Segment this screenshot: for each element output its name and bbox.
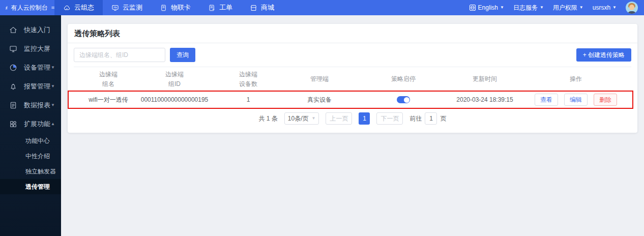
sidebar-item-alarm-management[interactable]: 报警管理 ▼ [0, 77, 61, 96]
avatar[interactable] [626, 2, 638, 14]
passthrough-policy-card: 透传策略列表 查询 + 创建透传策略 边缘端 组名 边缘端 组ID 边缘端 设备… [68, 24, 637, 133]
sidebar-subitem-neutral-intro[interactable]: 中性介绍 [0, 149, 61, 164]
policy-table: 边缘端 组名 边缘端 组ID 边缘端 设备数 管理端 策略启停 更新时间 操作 … [74, 67, 631, 108]
log-service-label: 日志服务 [513, 4, 538, 12]
work-order-icon [208, 4, 216, 12]
bell-icon [9, 82, 17, 91]
edit-button[interactable]: 编辑 [564, 94, 588, 106]
big-screen-icon [9, 45, 17, 53]
table-header-row: 边缘端 组名 边缘端 组ID 边缘端 设备数 管理端 策略启停 更新时间 操作 [74, 67, 631, 91]
pagination: 共 1 条 10条/页 ▼ 上一页 1 下一页 前往 页 [68, 112, 637, 125]
header-device-count: 边缘端 设备数 [215, 70, 281, 88]
table-row: wifi一对一透传 00011000000000000195 1 真实设备 20… [74, 91, 631, 108]
sidebar-item-device-management[interactable]: 设备管理 ▼ [0, 58, 61, 77]
language-dropdown[interactable]: English ▼ [469, 4, 504, 11]
chevron-down-icon: ▼ [51, 103, 55, 107]
sidebar-subitem-independent-trigger[interactable]: 独立触发器 [0, 164, 61, 179]
search-button[interactable]: 查询 [170, 48, 195, 62]
cloud-icon [63, 4, 71, 12]
cell-device-count: 1 [215, 96, 281, 103]
topbar-right: English ▼ 日志服务 ▼ 用户权限 ▼ usrsxh ▼ [469, 2, 644, 14]
user-permission-label: 用户权限 [553, 4, 577, 12]
chevron-down-icon: ▼ [500, 6, 504, 10]
usr-logo-icon [5, 4, 9, 12]
sidebar-item-quick-start[interactable]: 快速入门 [0, 20, 61, 39]
sim-card-icon [160, 4, 167, 12]
next-page-button[interactable]: 下一页 [376, 112, 403, 125]
sidebar-item-data-report[interactable]: 数据报表 ▼ [0, 96, 61, 114]
search-input[interactable] [74, 48, 165, 62]
header-manager: 管理端 [281, 74, 358, 84]
policy-enabled-toggle[interactable] [397, 96, 410, 103]
create-policy-button[interactable]: + 创建透传策略 [576, 48, 631, 62]
nav-label: 云组态 [74, 3, 94, 12]
page-size-value: 10条/页 [288, 114, 309, 123]
header-group-id: 边缘端 组ID [134, 70, 215, 88]
language-icon [469, 4, 476, 11]
nav-label: 云监测 [123, 3, 142, 12]
monitor-icon [111, 4, 119, 12]
sidebar-item-label: 设备管理 [24, 63, 50, 72]
home-icon [9, 26, 17, 34]
nav-label: 商城 [261, 3, 274, 12]
nav-item-mall[interactable]: 商城 [241, 0, 283, 15]
top-nav: 云组态 云监测 物联卡 工单 商城 [54, 0, 283, 15]
cell-group-id: 00011000000000000195 [134, 96, 215, 103]
cell-actions: 查看 编辑 删除 [520, 94, 631, 106]
username-dropdown[interactable]: usrsxh ▼ [593, 4, 617, 11]
user-permission-dropdown[interactable]: 用户权限 ▼ [553, 4, 583, 12]
nav-item-iot-card[interactable]: 物联卡 [151, 0, 199, 15]
header-update-time: 更新时间 [449, 74, 520, 84]
toolbar: 查询 + 创建透传策略 [74, 48, 631, 62]
page-title: 透传策略列表 [68, 24, 637, 43]
chevron-down-icon: ▼ [540, 6, 544, 10]
goto-prefix-label: 前往 [409, 114, 422, 123]
page-size-select[interactable]: 10条/页 ▼ [284, 112, 319, 125]
chevron-up-icon: ▲ [51, 122, 55, 126]
logo-section[interactable]: 有人云控制台 [0, 0, 54, 15]
language-label: English [478, 4, 498, 11]
sidebar-subitem-function-center[interactable]: 功能中心 [0, 133, 61, 149]
goto-suffix-label: 页 [440, 114, 446, 123]
sidebar-item-label: 快速入门 [24, 25, 50, 35]
grid-apps-icon [9, 120, 17, 128]
cell-manager: 真实设备 [281, 96, 358, 104]
pie-device-icon [9, 64, 17, 72]
sidebar-item-monitor-screen[interactable]: 监控大屏 [0, 39, 61, 58]
nav-item-cloud-scada[interactable]: 云组态 [54, 0, 103, 15]
report-icon [9, 101, 17, 109]
main-content: 透传策略列表 查询 + 创建透传策略 边缘端 组名 边缘端 组ID 边缘端 设备… [61, 15, 644, 236]
page-number-button[interactable]: 1 [359, 112, 370, 125]
cell-update-time: 2020-03-24 18:39:15 [449, 96, 520, 103]
nav-item-cloud-monitor[interactable]: 云监测 [103, 0, 151, 15]
sidebar-item-label: 扩展功能 [24, 120, 50, 129]
cell-policy-switch [358, 96, 449, 103]
header-actions: 操作 [520, 74, 631, 84]
nav-label: 工单 [219, 3, 232, 12]
goto-page-input[interactable] [425, 112, 437, 125]
sidebar-item-label: 数据报表 [24, 101, 50, 110]
nav-label: 物联卡 [171, 3, 191, 12]
chevron-down-icon: ▼ [612, 6, 617, 10]
delete-button[interactable]: 删除 [594, 94, 617, 106]
sidebar: 快速入门 监控大屏 设备管理 ▼ 报警管理 ▼ 数据报表 ▼ 扩展功能 ▲ 功能… [0, 15, 61, 236]
sidebar-item-label: 监控大屏 [24, 44, 50, 53]
sidebar-subitem-passthrough-management[interactable]: 透传管理 [0, 179, 61, 194]
log-service-dropdown[interactable]: 日志服务 ▼ [513, 4, 544, 12]
store-icon [250, 4, 257, 12]
cell-group-name: wifi一对一透传 [83, 96, 134, 104]
avatar-face [629, 5, 634, 10]
header-policy-switch: 策略启停 [358, 74, 449, 84]
app-title: 有人云控制台 [11, 4, 48, 12]
chevron-down-icon: ▼ [312, 116, 316, 121]
goto-page-group: 前往 页 [409, 112, 446, 125]
username-label: usrsxh [593, 4, 610, 11]
sidebar-item-extended-functions[interactable]: 扩展功能 ▲ [0, 114, 61, 133]
view-button[interactable]: 查看 [535, 94, 558, 106]
nav-item-work-order[interactable]: 工单 [199, 0, 241, 15]
chevron-down-icon: ▼ [579, 6, 583, 10]
sidebar-item-label: 报警管理 [24, 82, 50, 91]
prev-page-button[interactable]: 上一页 [326, 112, 352, 125]
avatar-body [628, 11, 636, 14]
chevron-down-icon: ▼ [51, 84, 55, 88]
